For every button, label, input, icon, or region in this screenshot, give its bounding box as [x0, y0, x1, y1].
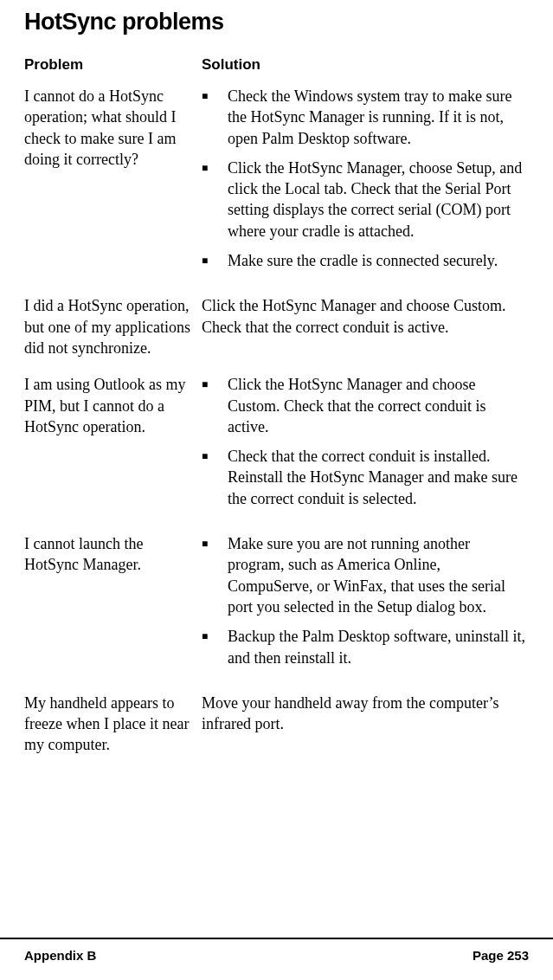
- solution-text: Click the HotSync Manager and choose Cus…: [202, 295, 529, 338]
- bullet-item: ■ Check the Windows system tray to make …: [202, 86, 529, 149]
- bullet-text: Make sure you are not running another pr…: [228, 533, 529, 617]
- solution-cell: Move your handheld away from the compute…: [202, 693, 529, 756]
- solution-text: Move your handheld away from the compute…: [202, 693, 529, 735]
- bullet-icon: ■: [202, 158, 228, 242]
- bullet-icon: ■: [202, 626, 228, 668]
- bullet-text: Backup the Palm Desktop software, uninst…: [228, 626, 529, 668]
- bullet-icon: ■: [202, 446, 228, 509]
- bullet-item: ■ Click the HotSync Manager and choose C…: [202, 374, 529, 437]
- bullet-item: ■ Backup the Palm Desktop software, unin…: [202, 626, 529, 668]
- bullet-text: Make sure the cradle is connected secure…: [228, 250, 529, 271]
- bullet-item: ■ Click the HotSync Manager, choose Setu…: [202, 158, 529, 242]
- solution-cell: ■ Click the HotSync Manager and choose C…: [202, 374, 529, 518]
- footer-appendix: Appendix B: [24, 948, 96, 963]
- bullet-icon: ■: [202, 250, 228, 271]
- table-header: Problem Solution: [24, 56, 529, 74]
- bullet-icon: ■: [202, 86, 228, 149]
- problem-text: I did a HotSync operation, but one of my…: [24, 295, 202, 358]
- bullet-icon: ■: [202, 533, 228, 617]
- bullet-item: ■ Check that the correct conduit is inst…: [202, 446, 529, 509]
- bullet-text: Click the HotSync Manager, choose Setup,…: [228, 158, 529, 242]
- header-solution: Solution: [202, 56, 260, 74]
- bullet-item: ■ Make sure the cradle is connected secu…: [202, 250, 529, 271]
- bullet-item: ■ Make sure you are not running another …: [202, 533, 529, 617]
- solution-cell: ■ Check the Windows system tray to make …: [202, 86, 529, 280]
- problem-text: I cannot do a HotSync operation; what sh…: [24, 86, 202, 280]
- table-row: My handheld appears to freeze when I pla…: [24, 693, 529, 756]
- problem-text: My handheld appears to freeze when I pla…: [24, 693, 202, 756]
- table-row: I did a HotSync operation, but one of my…: [24, 295, 529, 358]
- solution-cell: ■ Make sure you are not running another …: [202, 533, 529, 677]
- header-problem: Problem: [24, 56, 202, 74]
- bullet-text: Check the Windows system tray to make su…: [228, 86, 529, 149]
- solution-cell: Click the HotSync Manager and choose Cus…: [202, 295, 529, 358]
- table-row: I cannot launch the HotSync Manager. ■ M…: [24, 533, 529, 677]
- table-row: I am using Outlook as my PIM, but I cann…: [24, 374, 529, 518]
- page-title: HotSync problems: [24, 9, 529, 35]
- bullet-text: Click the HotSync Manager and choose Cus…: [228, 374, 529, 437]
- problem-text: I am using Outlook as my PIM, but I cann…: [24, 374, 202, 518]
- bullet-text: Check that the correct conduit is instal…: [228, 446, 529, 509]
- page-footer: Appendix B Page 253: [0, 938, 553, 980]
- table-row: I cannot do a HotSync operation; what sh…: [24, 86, 529, 280]
- problem-text: I cannot launch the HotSync Manager.: [24, 533, 202, 677]
- footer-page-number: Page 253: [473, 948, 529, 963]
- bullet-icon: ■: [202, 374, 228, 437]
